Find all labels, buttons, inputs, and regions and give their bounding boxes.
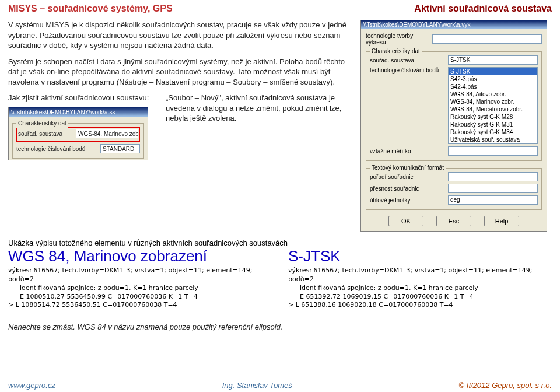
list-item[interactable]: WGS-84, Mercatorovo zobr. — [449, 106, 537, 113]
esc-button[interactable]: Esc — [436, 216, 471, 226]
vyk-legend: Charakteristiky dat — [370, 48, 422, 54]
samples-intro: Ukázka výpisu totožného elementu v různý… — [8, 239, 552, 247]
list-item[interactable]: Uživatelská souř. soustava — [449, 136, 537, 144]
help-button[interactable]: Help — [484, 216, 519, 226]
sample-line: identifikovaná spojnice: z bodu=1, K=1 h… — [288, 284, 552, 293]
list-item[interactable]: S42-3.pás — [449, 75, 537, 83]
vyk-tech-label: technologie číslování bodů — [370, 67, 446, 74]
vyk-top-label: technologie tvorby výkresu — [366, 33, 430, 46]
vyk-poradi-label: pořadí souřadnic — [370, 174, 446, 180]
list-item[interactable]: S-JTSK — [449, 68, 537, 75]
how-to-label: Jak zjistit aktivní souřadnicovou sousta… — [8, 93, 160, 103]
vyk-uhly-label: úhlové jednotky — [370, 197, 446, 204]
ss-row2-value[interactable]: STANDARD — [100, 144, 140, 153]
vyk-poradi-value[interactable] — [448, 172, 538, 181]
page-footer: www.gepro.cz Ing. Stanislav Tomeš © II/2… — [0, 377, 560, 392]
ss-dialog: \\Tstnb\kokes\DEMO\BYLANY\work\a.ss Char… — [8, 107, 148, 161]
ss-row2-label: technologie číslování bodů — [16, 145, 98, 153]
vyk-merit-value[interactable] — [448, 146, 538, 156]
sample-line: identifikovaná spojnice: z bodu=1, K=1 h… — [8, 284, 272, 293]
sample-line: E 1080510.27 5536450.99 C=017000760036 K… — [8, 293, 272, 302]
footer-mid: Ing. Stanislav Tomeš — [222, 381, 292, 390]
list-item[interactable]: S42-4.pás — [449, 83, 537, 90]
vyk-list[interactable]: S-JTSK S42-3.pás S42-4.pás WGS-84, Aitov… — [448, 67, 538, 144]
vyk-sourad-value[interactable]: S-JTSK — [448, 55, 538, 65]
sample-line: > L 651388.16 1069020.18 C=017000760038 … — [288, 301, 552, 310]
vyk-sourad-label: souřad. soustava — [370, 57, 446, 64]
vyk-top-value[interactable] — [432, 34, 542, 44]
sample-line: > L 1080514.72 5536450.51 C=017000760038… — [8, 301, 272, 310]
vyk-merit-label: vztažné měřítko — [370, 148, 446, 155]
list-item[interactable]: Rakouský syst G-K M34 — [449, 128, 537, 136]
vyk-dialog: \\Tstnb\kokes\DEMO\BYLANY\work\a.vyk tec… — [360, 20, 547, 232]
sample-line: E 651392.72 1069019.15 C=017000760036 K=… — [288, 293, 552, 302]
sample-line: výkres: 616567; tech.tvorby=DKM1_3; vrst… — [8, 267, 272, 284]
ss-row1-label: souřad. soustava — [18, 130, 74, 138]
header-right: Aktivní souřadnicová soustava — [414, 4, 552, 14]
sample-line: výkres: 616567; tech.tvorby=DKM1_3; vrst… — [288, 267, 552, 284]
sjtsk-title: S-JTSK — [288, 247, 552, 265]
ok-button[interactable]: OK — [388, 216, 424, 226]
list-item[interactable]: WGS-84, Aitovo zobr. — [449, 90, 537, 98]
footer-right: © II/2012 Gepro, spol. s r.o. — [459, 381, 552, 390]
paragraph-2: Systém je schopen načíst i data s jinými… — [8, 57, 352, 88]
vyk-txt-legend: Textový komunikační formát — [370, 164, 446, 171]
list-item[interactable]: Rakouský syst G-K M28 — [449, 113, 537, 121]
ss-dialog-title: \\Tstnb\kokes\DEMO\BYLANY\work\a.ss — [9, 107, 148, 118]
vyk-uhly-value[interactable]: deg — [448, 195, 538, 205]
ss-legend: Charakteristiky dat — [16, 120, 68, 128]
list-item[interactable]: WGS-84, Marinovo zobr. — [449, 98, 537, 106]
wgs-title: WGS 84, Marinovo zobrazení — [8, 247, 272, 265]
vyk-presnost-value[interactable] — [448, 184, 538, 193]
vyk-presnost-label: přesnost souřadnic — [370, 186, 446, 192]
footer-left: www.gepro.cz — [8, 381, 55, 390]
how-to-desc: „Soubor – Nový", aktivní souřadnicová so… — [166, 93, 352, 160]
copyright-icon: © — [459, 381, 465, 390]
list-item[interactable]: Rakouský syst G-K M31 — [449, 121, 537, 128]
note: Nenechte se zmást. WGS 84 v názvu znamen… — [0, 323, 560, 331]
header-left: MISYS – souřadnicové systémy, GPS — [8, 4, 173, 14]
ss-row1-value[interactable]: WGS-84, Marinovo zobr. — [76, 129, 138, 138]
page-header: MISYS – souřadnicové systémy, GPS Aktivn… — [0, 0, 560, 20]
vyk-dialog-title: \\Tstnb\kokes\DEMO\BYLANY\work\a.vyk — [361, 20, 547, 29]
paragraph-1: V systému MISYS je k dispozici několik s… — [8, 20, 352, 51]
